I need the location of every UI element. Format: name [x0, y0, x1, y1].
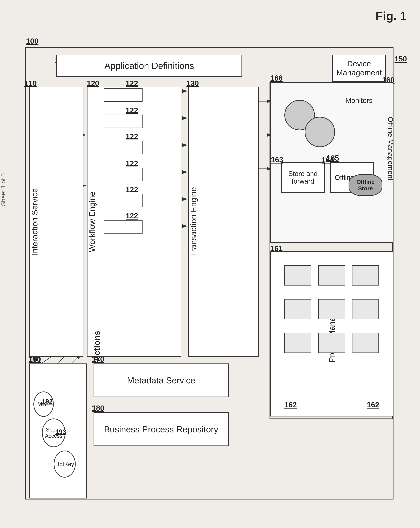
arrow-monitor-1: ←: [276, 105, 283, 113]
box-business-process-repository: Business Process Repository: [94, 412, 229, 446]
interaction-service-label: Interaction Service: [30, 188, 39, 255]
label-120: 120: [87, 79, 99, 88]
label-180: 180: [92, 404, 104, 412]
label-122-top: 122: [126, 79, 138, 88]
label-170: 170: [92, 355, 104, 363]
box-122-1: [104, 88, 143, 102]
box-store-forward: Store and forward: [281, 162, 325, 193]
box-offline-mgmt: Offline Management Monitors ← ← ← 165 St…: [270, 82, 394, 243]
box-profile-manager: Profile Manager 162 162: [270, 251, 394, 417]
box-app-definitions: Application Definitions: [56, 55, 242, 77]
workflow-engine-label: Workflow Engine: [87, 191, 97, 252]
label-100: 100: [26, 37, 38, 45]
page: Fig. 1 Sheet 1 of 5: [0, 0, 420, 528]
box-device-management: Device Management: [332, 55, 386, 82]
label-191: 191: [30, 356, 41, 363]
label-122-4: 122: [126, 159, 138, 168]
label-122-6: 122: [126, 212, 138, 220]
box-interaction-service: Interaction Service: [29, 87, 83, 357]
profile-box-6: [352, 299, 379, 319]
label-162b: 162: [367, 401, 379, 409]
monitors-label: Monitors: [345, 96, 372, 105]
label-110: 110: [24, 79, 37, 88]
profile-box-2: [318, 265, 345, 286]
arrow-monitor-3: ←: [315, 142, 321, 150]
oval-hotkey: HotKey: [54, 451, 76, 478]
box-122-3: [104, 141, 143, 154]
profile-box-5: [318, 299, 345, 319]
box-190: 191 MSF 192 Speed Access 193 HotKey: [29, 363, 87, 498]
box-transaction-engine: Transaction Engine: [188, 87, 259, 357]
label-122-3: 122: [126, 132, 138, 141]
label-192: 192: [42, 398, 52, 405]
box-122-6: [104, 220, 143, 234]
box-122-4: [104, 168, 143, 181]
box-122-2: [104, 115, 143, 128]
profile-box-1: [284, 265, 311, 286]
profile-box-9: [352, 333, 379, 353]
sheet-label: Sheet 1 of 5: [0, 173, 7, 206]
label-122-5: 122: [126, 185, 138, 194]
label-122-2: 122: [126, 106, 138, 115]
diagram: 100 140 Application Definitions 150 Devi…: [25, 34, 397, 510]
label-163: 163: [271, 156, 283, 164]
offline-store-shape: Offline Store: [348, 174, 382, 196]
profile-box-8: [318, 333, 345, 353]
box-100: 100 140 Application Definitions 150 Devi…: [25, 47, 394, 500]
offline-management-label: Offline Management: [386, 117, 395, 180]
label-162a: 162: [284, 401, 297, 409]
box-metadata-service: Metadata Service: [94, 363, 229, 397]
label-166: 166: [270, 74, 283, 82]
box-122-5: [104, 194, 143, 207]
box-160: 166 Offline Management Monitors ← ← ← 16…: [270, 82, 393, 419]
arrow-monitor-2: ←: [296, 125, 303, 133]
profile-box-7: [284, 333, 311, 353]
profile-box-4: [284, 299, 311, 319]
profile-box-3: [352, 265, 379, 286]
label-193: 193: [55, 428, 66, 435]
transaction-engine-label: Transaction Engine: [189, 187, 198, 256]
figure-title: Fig. 1: [376, 9, 407, 23]
label-130: 130: [186, 79, 199, 88]
